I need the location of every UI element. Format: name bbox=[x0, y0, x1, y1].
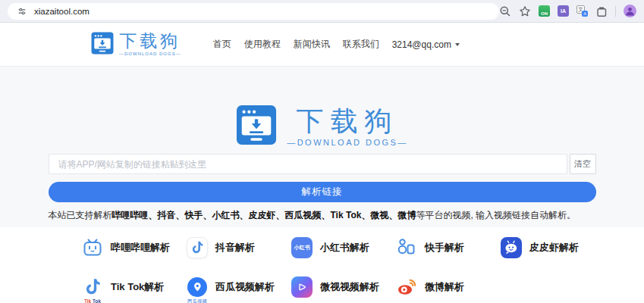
parse-link-button[interactable]: 解析链接 bbox=[49, 182, 596, 202]
zoom-icon[interactable] bbox=[499, 5, 511, 17]
tiktok-icon: Tik Tok bbox=[82, 276, 103, 298]
platform-label: Tik Tok解析 bbox=[111, 280, 164, 294]
xiaohongshu-icon: 小红书 bbox=[291, 237, 313, 258]
header-logo[interactable]: 下载狗 —DOWNLOAD DOGS— bbox=[91, 32, 181, 58]
profile-avatar[interactable] bbox=[624, 5, 636, 17]
platform-grid: 哔哩哔哩解析 抖音解析 小红书 小红书解析 快手解析 皮皮虾解析 Tik Tok… bbox=[0, 227, 644, 298]
site-settings-icon[interactable] bbox=[17, 6, 27, 17]
download-dog-logo-icon bbox=[91, 32, 114, 58]
header-logo-text: 下载狗 bbox=[119, 32, 181, 51]
nav-item-tutorial[interactable]: 使用教程 bbox=[244, 38, 281, 51]
xigua-icon: 西瓜视频 bbox=[187, 276, 208, 298]
hero-section: 下载狗 —DOWNLOAD DOGS— 清空 解析链接 本站已支持解析哔哩哔哩、… bbox=[0, 67, 644, 227]
douyin-icon bbox=[187, 237, 208, 258]
platform-label: 抖音解析 bbox=[215, 241, 255, 255]
bookmark-star-icon[interactable] bbox=[519, 5, 531, 17]
address-bar[interactable]: xiazaitool.com bbox=[8, 3, 499, 20]
desc-platform-names: 哔哩哔哩、抖音、快手、小红书、皮皮虾、西瓜视频、Tik Tok、微视、微博 bbox=[112, 210, 416, 220]
extension-ia-icon[interactable]: IA bbox=[558, 5, 569, 17]
nav-item-contact[interactable]: 联系我们 bbox=[343, 38, 379, 51]
platform-weibo[interactable]: 微博解析 bbox=[396, 276, 501, 298]
clear-button[interactable]: 清空 bbox=[570, 154, 596, 174]
platform-xigua[interactable]: 西瓜视频 西瓜视频解析 bbox=[187, 276, 291, 298]
platform-label: 哔哩哔哩解析 bbox=[111, 241, 170, 255]
tiktok-caption: Tik Tok bbox=[84, 298, 101, 303]
hero-logo: 下载狗 —DOWNLOAD DOGS— bbox=[0, 105, 644, 148]
account-email: 3214@qq.com bbox=[392, 39, 451, 50]
bilibili-icon bbox=[82, 237, 103, 258]
account-menu[interactable]: 3214@qq.com bbox=[392, 39, 460, 50]
platform-label: 皮皮虾解析 bbox=[529, 241, 579, 255]
extensions-icon[interactable] bbox=[595, 5, 608, 17]
platform-label: 微视视频解析 bbox=[320, 280, 379, 294]
hero-logo-text: 下载狗 bbox=[296, 105, 398, 137]
platform-douyin[interactable]: 抖音解析 bbox=[187, 237, 291, 258]
extension-on-icon[interactable]: ON bbox=[539, 5, 550, 17]
toolbar-divider bbox=[615, 6, 616, 17]
kuaishou-icon bbox=[396, 237, 417, 258]
pipixia-icon bbox=[501, 237, 522, 258]
desc-prefix: 本站已支持解析 bbox=[49, 210, 112, 220]
nav-item-news[interactable]: 新闻快讯 bbox=[294, 38, 330, 51]
main-nav: 首页 使用教程 新闻快讯 联系我们 3214@qq.com bbox=[213, 38, 460, 51]
browser-toolbar: xiazaitool.com ON IA 文 A bbox=[0, 0, 644, 23]
hero-logo-subtitle: —DOWNLOAD DOGS— bbox=[287, 138, 408, 147]
weishi-icon bbox=[291, 276, 313, 298]
site-header: 下载狗 —DOWNLOAD DOGS— 首页 使用教程 新闻快讯 联系我们 32… bbox=[0, 23, 644, 67]
platform-tiktok[interactable]: Tik Tok Tik Tok解析 bbox=[82, 276, 187, 298]
desc-suffix: 等平台的视频, 输入视频链接自动解析。 bbox=[416, 210, 576, 220]
platform-pipixia[interactable]: 皮皮虾解析 bbox=[501, 237, 605, 258]
link-input[interactable] bbox=[49, 154, 567, 174]
platform-weishi[interactable]: 微视视频解析 bbox=[291, 276, 396, 298]
header-logo-subtitle: —DOWNLOAD DOGS— bbox=[119, 52, 181, 56]
platform-kuaishou[interactable]: 快手解析 bbox=[396, 237, 501, 258]
xigua-caption: 西瓜视频 bbox=[187, 298, 207, 303]
nav-item-home[interactable]: 首页 bbox=[213, 38, 231, 51]
platform-label: 快手解析 bbox=[425, 241, 464, 255]
weibo-icon bbox=[396, 276, 417, 298]
supported-platforms-text: 本站已支持解析哔哩哔哩、抖音、快手、小红书、皮皮虾、西瓜视频、Tik Tok、微… bbox=[49, 209, 596, 222]
translate-extension-icon[interactable]: 文 A bbox=[576, 5, 588, 17]
url-text[interactable]: xiazaitool.com bbox=[34, 7, 90, 16]
platform-label: 小红书解析 bbox=[320, 241, 369, 255]
platform-label: 微博解析 bbox=[425, 280, 464, 294]
platform-xiaohongshu[interactable]: 小红书 小红书解析 bbox=[291, 237, 396, 258]
translate-a-glyph: A bbox=[582, 11, 588, 17]
chevron-down-icon bbox=[455, 43, 460, 46]
platform-label: 西瓜视频解析 bbox=[215, 280, 275, 294]
platform-bilibili[interactable]: 哔哩哔哩解析 bbox=[82, 237, 187, 258]
download-dog-logo-icon-large bbox=[236, 105, 277, 148]
